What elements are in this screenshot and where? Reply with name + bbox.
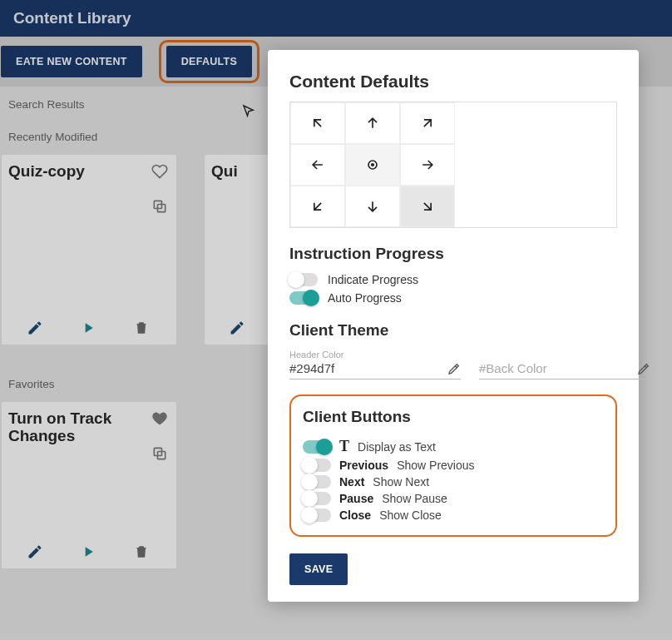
show-previous-row: Previous Show Previous <box>303 459 604 472</box>
card-actions <box>8 313 168 340</box>
content-card[interactable]: Qui <box>205 155 271 345</box>
show-next-row: Next Show Next <box>303 475 604 489</box>
back-color-input[interactable] <box>479 361 637 375</box>
trash-icon[interactable] <box>133 320 150 340</box>
show-pause-label: Show Pause <box>382 492 447 505</box>
display-as-text-toggle[interactable] <box>303 440 331 454</box>
client-buttons-panel: Client Buttons T Display as Text Previou… <box>289 394 617 537</box>
card-title: Quiz-copy <box>8 163 168 181</box>
cursor-icon <box>241 103 256 118</box>
show-next-toggle[interactable] <box>303 475 331 489</box>
defaults-button[interactable]: DEFAULTS <box>166 46 252 77</box>
create-content-button[interactable]: EATE NEW CONTENT <box>1 46 142 77</box>
header-color-label: Header Color <box>289 350 461 360</box>
indicate-progress-row: Indicate Progress <box>289 273 617 286</box>
client-buttons-heading: Client Buttons <box>303 408 604 426</box>
anchor-se[interactable] <box>400 186 455 227</box>
card-side-icons <box>151 163 168 218</box>
heart-filled-icon[interactable] <box>151 410 168 430</box>
anchor-n[interactable] <box>345 102 400 144</box>
show-previous-label: Show Previous <box>397 459 474 472</box>
auto-progress-row: Auto Progress <box>289 291 617 305</box>
anchor-sw[interactable] <box>290 186 345 227</box>
copy-icon[interactable] <box>151 198 168 218</box>
trash-icon[interactable] <box>133 543 150 563</box>
tag-close: Close <box>339 509 371 522</box>
header-color-field: Header Color <box>289 350 461 380</box>
save-button[interactable]: SAVE <box>289 553 348 585</box>
auto-progress-label: Auto Progress <box>328 291 402 305</box>
tag-pause: Pause <box>339 492 373 505</box>
show-close-toggle[interactable] <box>303 509 331 522</box>
show-previous-toggle[interactable] <box>303 459 331 472</box>
card-title: Qui <box>211 163 263 181</box>
content-defaults-modal: Content Defaults Instruction Progress In… <box>268 50 639 602</box>
card-side-icons <box>151 410 168 465</box>
eyedropper-icon[interactable] <box>447 362 461 375</box>
display-as-text-label: Display as Text <box>358 440 436 454</box>
card-actions <box>8 537 168 563</box>
client-theme-row: Header Color <box>289 350 617 380</box>
show-close-row: Close Show Close <box>303 509 604 522</box>
indicate-progress-label: Indicate Progress <box>328 273 418 286</box>
card-actions <box>211 313 263 340</box>
anchor-w[interactable] <box>290 144 345 186</box>
page-title: Content Library <box>13 9 131 27</box>
anchor-center[interactable] <box>345 144 400 186</box>
instruction-progress-heading: Instruction Progress <box>289 245 617 263</box>
show-pause-toggle[interactable] <box>303 492 331 505</box>
play-icon[interactable] <box>80 320 96 340</box>
indicate-progress-toggle[interactable] <box>289 273 318 286</box>
tag-next: Next <box>339 475 364 489</box>
show-close-label: Show Close <box>379 509 442 522</box>
edit-icon[interactable] <box>229 320 245 340</box>
auto-progress-toggle[interactable] <box>289 291 318 305</box>
show-next-label: Show Next <box>373 475 429 489</box>
anchor-ne[interactable] <box>400 102 455 144</box>
edit-icon[interactable] <box>27 543 43 563</box>
anchor-direction-grid <box>289 102 617 228</box>
anchor-nw[interactable] <box>290 102 345 144</box>
tag-previous: Previous <box>339 459 388 472</box>
defaults-highlight: DEFAULTS <box>159 40 259 83</box>
card-title: Turn on Track Changes <box>8 410 125 445</box>
modal-title: Content Defaults <box>289 72 617 92</box>
content-card[interactable]: Turn on Track Changes <box>2 402 176 568</box>
play-icon[interactable] <box>80 543 96 563</box>
client-theme-heading: Client Theme <box>289 321 617 340</box>
display-as-text-row: T Display as Text <box>303 438 604 455</box>
back-color-field <box>479 350 650 380</box>
copy-icon[interactable] <box>151 445 168 465</box>
tag-T: T <box>339 438 349 455</box>
edit-icon[interactable] <box>27 320 43 340</box>
svg-point-5 <box>372 164 374 166</box>
anchor-s[interactable] <box>345 186 400 227</box>
app-header: Content Library <box>0 0 672 37</box>
eyedropper-icon[interactable] <box>637 362 650 375</box>
content-card[interactable]: Quiz-copy <box>2 155 176 345</box>
show-pause-row: Pause Show Pause <box>303 492 604 505</box>
heart-icon[interactable] <box>151 163 168 183</box>
anchor-e[interactable] <box>400 144 455 186</box>
header-color-input[interactable] <box>289 361 447 375</box>
back-color-label <box>479 350 650 360</box>
